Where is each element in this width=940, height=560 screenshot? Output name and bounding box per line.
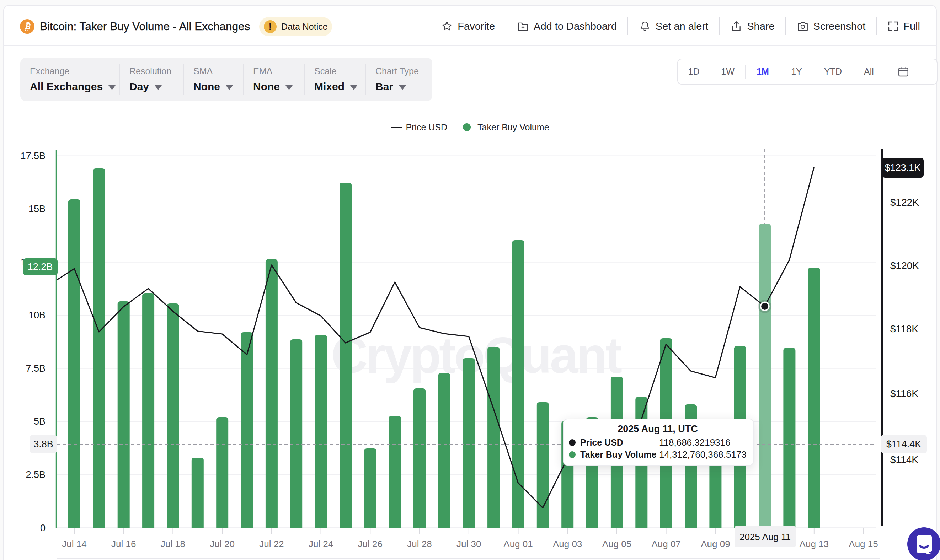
svg-text:Jul 20: Jul 20 bbox=[210, 539, 235, 549]
svg-text:Aug 07: Aug 07 bbox=[651, 539, 681, 549]
svg-text:CryptoQuant: CryptoQuant bbox=[331, 327, 621, 383]
svg-text:Aug 09: Aug 09 bbox=[701, 539, 730, 549]
svg-text:Aug 13: Aug 13 bbox=[800, 539, 829, 549]
svg-text:Aug 15: Aug 15 bbox=[849, 539, 878, 549]
svg-text:12.2B: 12.2B bbox=[28, 262, 53, 272]
svg-text:Jul 24: Jul 24 bbox=[308, 539, 333, 549]
svg-text:Aug 01: Aug 01 bbox=[504, 539, 533, 549]
svg-text:Jul 22: Jul 22 bbox=[259, 539, 284, 549]
svg-text:Aug 05: Aug 05 bbox=[602, 539, 632, 549]
svg-text:2.5B: 2.5B bbox=[26, 469, 46, 480]
svg-text:$118K: $118K bbox=[890, 323, 918, 334]
svg-text:Jul 14: Jul 14 bbox=[62, 539, 86, 549]
svg-text:$120K: $120K bbox=[890, 260, 919, 271]
svg-text:Jul 28: Jul 28 bbox=[407, 539, 431, 549]
svg-text:10B: 10B bbox=[28, 310, 46, 320]
svg-text:3.8B: 3.8B bbox=[34, 439, 53, 449]
svg-text:$116K: $116K bbox=[890, 388, 918, 399]
svg-text:17.5B: 17.5B bbox=[20, 151, 46, 161]
svg-text:Jul 26: Jul 26 bbox=[358, 539, 382, 549]
svg-text:5B: 5B bbox=[34, 416, 46, 427]
svg-text:$123.1K: $123.1K bbox=[885, 162, 921, 173]
svg-text:15B: 15B bbox=[28, 204, 46, 214]
svg-text:$114K: $114K bbox=[890, 454, 918, 465]
svg-text:Jul 16: Jul 16 bbox=[111, 539, 136, 549]
svg-text:$122K: $122K bbox=[890, 197, 919, 208]
svg-text:$114.4K: $114.4K bbox=[886, 439, 922, 449]
svg-text:2025 Aug 11: 2025 Aug 11 bbox=[740, 532, 791, 542]
svg-text:Jul 18: Jul 18 bbox=[161, 539, 185, 549]
svg-text:Aug 03: Aug 03 bbox=[553, 539, 582, 549]
svg-text:Jul 30: Jul 30 bbox=[456, 539, 481, 549]
svg-text:0: 0 bbox=[40, 523, 46, 533]
svg-text:7.5B: 7.5B bbox=[26, 363, 46, 374]
